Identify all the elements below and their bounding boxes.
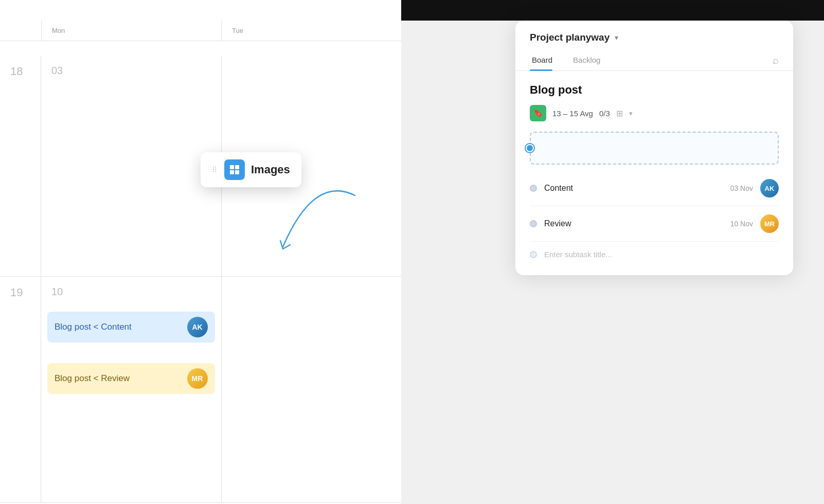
- sprint-tree-icon: ⊞: [616, 109, 623, 118]
- tab-backlog[interactable]: Backlog: [571, 50, 608, 70]
- week-num-header: [0, 21, 41, 41]
- event-blog-post-review[interactable]: Blog post < Review MR: [47, 363, 215, 394]
- svg-rect-2: [230, 170, 234, 174]
- dragged-card[interactable]: ⠿ Images: [201, 152, 301, 187]
- subtask-name-content: Content: [544, 184, 730, 193]
- sprint-dates: 13 – 15 Avg: [552, 109, 593, 118]
- avatar-content-user: AK: [187, 317, 208, 337]
- subtask-name-review: Review: [544, 219, 730, 228]
- drag-handle-icon: ⠿: [212, 166, 218, 173]
- event-label-review: Blog post < Review: [55, 373, 130, 384]
- svg-rect-1: [235, 165, 239, 169]
- search-icon[interactable]: ⌕: [773, 55, 779, 66]
- event-label-content: Blog post < Content: [55, 322, 132, 332]
- subtask-input-placeholder[interactable]: Enter subtask title...: [544, 250, 779, 259]
- sprint-icon: 🔖: [530, 105, 546, 121]
- section-title: Blog post: [530, 83, 779, 97]
- panel-header: Project planyway ▾: [515, 21, 793, 43]
- day-cell-mon-18: 03: [41, 56, 222, 276]
- subtask-date-review: 10 Nov: [730, 220, 753, 228]
- svg-rect-0: [230, 165, 234, 169]
- day-cell-tue-19: [222, 277, 402, 502]
- sprint-chevron-icon[interactable]: ▾: [629, 110, 633, 117]
- avatar-review-user: MR: [187, 368, 208, 389]
- day-num-10: 10: [51, 286, 63, 297]
- subtask-avatar-review: MR: [760, 214, 779, 233]
- dragged-card-label: Images: [251, 163, 290, 176]
- subtask-dot-review: [530, 220, 537, 227]
- week-label-18: 18: [0, 56, 41, 276]
- panel-tabs: Board Backlog ⌕: [515, 50, 793, 71]
- drop-zone: [530, 132, 779, 165]
- col-tue: Tue: [221, 21, 401, 41]
- task-icon: [224, 159, 245, 180]
- subtask-input-row[interactable]: Enter subtask title...: [530, 242, 779, 263]
- panel-title: Project planyway: [530, 32, 610, 43]
- subtask-content[interactable]: Content 03 Nov AK: [530, 171, 779, 206]
- panel: Project planyway ▾ Board Backlog ⌕ Blog …: [515, 21, 793, 275]
- event-blog-post-content[interactable]: Blog post < Content AK: [47, 312, 215, 343]
- tab-board[interactable]: Board: [530, 50, 561, 70]
- sprint-row: 🔖 13 – 15 Avg 0/3 ⊞ ▾: [530, 105, 779, 121]
- calendar-row-19: 19 10 Blog post < Content AK Blog post <…: [0, 277, 401, 503]
- subtask-dot-content: [530, 185, 537, 192]
- subtask-avatar-content: AK: [760, 179, 779, 197]
- week-label-19: 19: [0, 277, 41, 502]
- calendar-header: Mon Tue: [0, 21, 401, 41]
- panel-body: Blog post 🔖 13 – 15 Avg 0/3 ⊞ ▾ Content …: [515, 71, 793, 275]
- subtask-review[interactable]: Review 10 Nov MR: [530, 206, 779, 242]
- subtask-dot-new: [530, 251, 537, 258]
- day-cell-mon-19: 10 Blog post < Content AK Blog post < Re…: [41, 277, 222, 502]
- sprint-progress: 0/3: [599, 109, 610, 118]
- svg-rect-3: [235, 170, 239, 174]
- col-mon: Mon: [41, 21, 221, 41]
- subtask-date-content: 03 Nov: [730, 184, 753, 192]
- day-num-03: 03: [51, 65, 63, 76]
- panel-chevron-icon[interactable]: ▾: [615, 33, 618, 42]
- connection-dot: [526, 144, 534, 152]
